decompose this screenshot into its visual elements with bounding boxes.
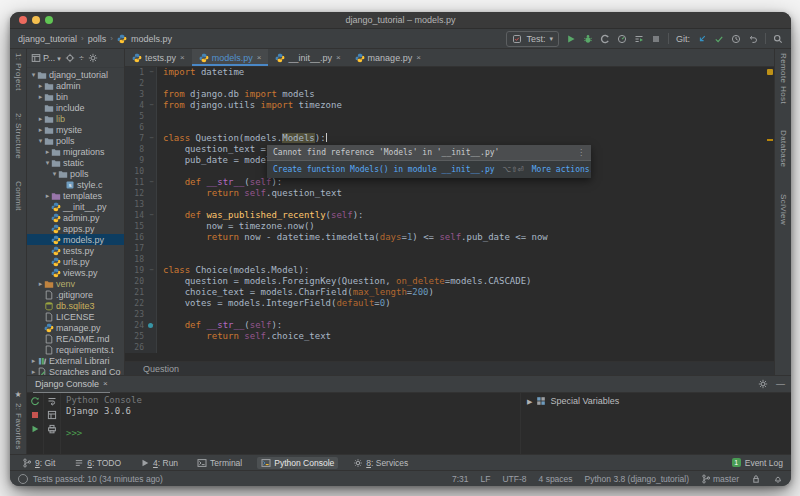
tree-item-license[interactable]: LICENSE [27,311,124,322]
rerun-console-icon[interactable] [30,396,40,406]
more-options-icon[interactable]: ⋮ [577,148,585,157]
warning-stripe-mark[interactable] [767,139,773,141]
tree-toggle-icon[interactable]: ▸ [37,126,44,134]
close-tab-icon[interactable]: × [180,53,185,62]
event-log-button[interactable]: 1Event Log [732,458,783,468]
tool-window-button-git[interactable]: 9: Git [18,457,59,469]
tree-item-lib[interactable]: ▸lib [27,113,124,124]
tree-item-scratchesandco[interactable]: ▸Scratches and Co [27,366,124,375]
tree-item-templates[interactable]: ▸templates [27,190,124,201]
fold-marker-icon[interactable]: − [147,265,157,276]
run-icon[interactable] [566,34,576,44]
tool-window-button-todo[interactable]: 6: TODO [70,457,125,469]
fold-marker-icon[interactable]: − [147,210,157,221]
tree-item-apps.py[interactable]: apps.py [27,223,124,234]
breadcrumb-item[interactable]: polls [88,34,107,44]
gutter-marker-icon[interactable] [148,323,153,328]
commit-icon[interactable] [714,34,724,44]
gear-icon[interactable] [88,53,98,63]
code-line-21[interactable]: 21 choice_text = models.CharField(max_le… [125,287,774,298]
editor-tab-manage.py[interactable]: manage.py× [348,49,428,66]
tree-item-admin[interactable]: ▸admin [27,80,124,91]
error-stripe[interactable] [766,67,774,348]
line-number[interactable]: 13 [125,199,147,210]
tree-item-requirements.t[interactable]: requirements.t [27,344,124,355]
code-editor[interactable]: 1−import datetime23from django.db import… [125,67,774,361]
line-number[interactable]: 15 [125,221,147,232]
lock-icon[interactable] [751,474,761,484]
code-line-20[interactable]: 20 question = models.ForeignKey(Question… [125,276,774,287]
tool-window-button-run[interactable]: 4: Run [136,457,182,469]
rollback-icon[interactable] [748,34,758,44]
tree-toggle-icon[interactable]: ▸ [37,280,44,288]
debug-icon[interactable] [583,34,593,44]
history-icon[interactable] [731,34,741,44]
fold-marker-icon[interactable]: − [147,177,157,188]
tree-item-bin[interactable]: ▸bin [27,91,124,102]
tab-django-console[interactable]: Django Console × [33,376,110,393]
line-number[interactable]: 4 [125,100,147,111]
breadcrumb-item[interactable]: django_tutorial [18,34,77,44]
code-line-19[interactable]: 19−class Choice(models.Model): [125,265,774,276]
tree-item-readme.md[interactable]: README.md [27,333,124,344]
close-tab-icon[interactable]: × [336,53,341,62]
special-variables-node[interactable]: ▶ Special Variables [527,396,619,406]
fold-marker-icon[interactable]: − [147,320,157,331]
tree-item-polls[interactable]: ▾polls [27,168,124,179]
line-number[interactable]: 14 [125,210,147,221]
line-number[interactable]: 6 [125,122,147,133]
run-configuration-select[interactable]: Test: ▾ [506,31,559,47]
code-line-17[interactable]: 17 [125,243,774,254]
tree-item-db.sqlite3[interactable]: db.sqlite3 [27,300,124,311]
tree-toggle-icon[interactable]: ▾ [30,71,37,79]
fold-marker-icon[interactable]: − [147,67,157,78]
editor-tab-models.py[interactable]: models.py× [192,49,269,66]
coverage-icon[interactable] [600,34,610,44]
code-line-18[interactable]: 18 [125,254,774,265]
breadcrumb-item[interactable]: models.py [131,34,172,44]
code-line-2[interactable]: 2 [125,78,774,89]
tree-toggle-icon[interactable]: ▸ [44,148,51,156]
line-number[interactable]: 9 [125,155,147,166]
tool-window-button-services[interactable]: 8: Services [349,457,412,469]
tree-item-.gitignore[interactable]: .gitignore [27,289,124,300]
tree-item-externallibrari[interactable]: ▸External Librari [27,355,124,366]
background-tasks-icon[interactable] [18,474,28,484]
code-line-7[interactable]: 7−class Question(models.Models): [125,133,774,144]
line-number[interactable]: 24 [125,320,147,331]
tree-toggle-icon[interactable]: ▸ [37,93,44,101]
code-line-1[interactable]: 1−import datetime [125,67,774,78]
code-line-5[interactable]: 5 [125,111,774,122]
tree-item-migrations[interactable]: ▸migrations [27,146,124,157]
tool-window-button-pythonconsole[interactable]: Python Console [257,457,338,469]
tool-window-button-project[interactable]: 1: Project [14,53,23,91]
hide-panel-icon[interactable]: — [776,380,785,389]
stop-icon[interactable] [651,34,661,44]
code-line-4[interactable]: 4−from django.utils import timezone [125,100,774,111]
tool-window-button-remotehost[interactable]: Remote Host [779,53,788,104]
line-number[interactable]: 16 [125,232,147,243]
tool-window-button-sciview[interactable]: SciView [779,194,788,225]
code-line-26[interactable]: 26 [125,342,774,353]
line-number[interactable]: 12 [125,188,147,199]
code-line-3[interactable]: 3from django.db import models [125,89,774,100]
tree-item-mysite[interactable]: ▸mysite [27,124,124,135]
tree-item-views.py[interactable]: views.py [27,267,124,278]
line-number[interactable]: 23 [125,309,147,320]
line-number[interactable]: 26 [125,342,147,353]
tree-toggle-icon[interactable]: ▸ [37,82,44,90]
editor-tab-tests.py[interactable]: tests.py× [125,49,192,66]
line-number[interactable]: 8 [125,144,147,155]
tree-item-admin.py[interactable]: admin.py [27,212,124,223]
execute-icon[interactable] [30,424,40,434]
tree-toggle-icon[interactable]: ▸ [30,357,37,365]
tool-window-button-commit[interactable]: Commit [14,181,23,211]
breadcrumb-item-question[interactable]: Question [143,364,179,374]
fold-marker-icon[interactable]: − [147,133,157,144]
tree-item-style.c[interactable]: sstyle.c [27,179,124,190]
line-number[interactable]: 7 [125,133,147,144]
tool-window-button-favorites[interactable]: 2: Favorites [14,403,23,450]
status-item[interactable]: 4 spaces [539,474,573,484]
tree-item-django_tutorial[interactable]: ▾django_tutorial [27,69,124,80]
line-number[interactable]: 1 [125,67,147,78]
